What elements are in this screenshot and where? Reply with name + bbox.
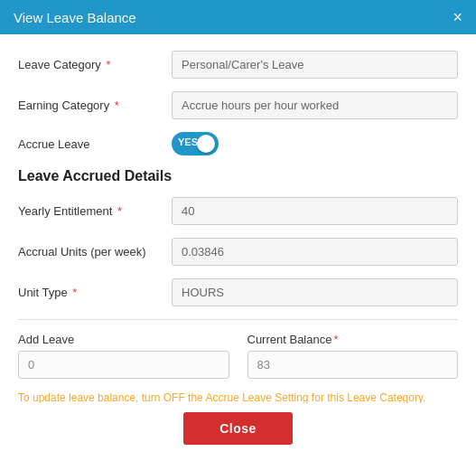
unit-type-input[interactable]: [172, 278, 458, 306]
modal-title: View Leave Balance: [14, 10, 136, 25]
unit-type-row: Unit Type *: [18, 278, 458, 306]
add-leave-col: Add Leave: [18, 333, 229, 379]
add-balance-row: Add Leave Current Balance*: [18, 333, 458, 379]
leave-category-row: Leave Category *: [18, 51, 458, 79]
accrue-leave-row: Accrue Leave YES: [18, 132, 458, 155]
accrual-units-row: Accrual Units (per week): [18, 238, 458, 266]
toggle-yes-label: YES: [178, 136, 198, 147]
modal-footer: Close: [0, 403, 476, 461]
required-star-4: *: [70, 286, 78, 299]
yearly-entitlement-input[interactable]: [172, 197, 458, 225]
accrual-units-input[interactable]: [172, 238, 458, 266]
accrue-leave-toggle-wrapper: YES: [172, 132, 219, 155]
accrual-units-label: Accrual Units (per week): [18, 245, 172, 259]
toggle-thumb: [197, 135, 215, 153]
earning-category-input[interactable]: [172, 91, 458, 119]
toggle-track: YES: [172, 132, 219, 155]
modal-body: Leave Category * Earning Category * Accr…: [0, 34, 476, 403]
add-leave-label: Add Leave: [18, 333, 229, 346]
earning-category-row: Earning Category *: [18, 91, 458, 119]
current-balance-input[interactable]: [247, 351, 459, 379]
close-button[interactable]: Close: [183, 412, 293, 445]
yearly-entitlement-row: Yearly Entitlement *: [18, 197, 458, 225]
modal-header: View Leave Balance ×: [0, 0, 476, 34]
accrue-leave-toggle[interactable]: YES: [172, 132, 219, 155]
add-leave-input[interactable]: [18, 351, 229, 379]
required-star-3: *: [114, 204, 122, 218]
yearly-entitlement-label: Yearly Entitlement *: [18, 204, 172, 218]
unit-type-label: Unit Type *: [18, 286, 172, 299]
warning-text: To update leave balance, turn OFF the Ac…: [18, 390, 458, 403]
leave-category-input[interactable]: [172, 51, 458, 79]
leave-category-label: Leave Category *: [18, 58, 172, 71]
section-title: Leave Accrued Details: [18, 168, 458, 184]
earning-category-label: Earning Category *: [18, 99, 172, 112]
accrue-leave-label: Accrue Leave: [18, 137, 172, 151]
current-balance-label: Current Balance*: [247, 333, 459, 346]
modal-close-button[interactable]: ×: [453, 9, 462, 25]
current-balance-col: Current Balance*: [247, 333, 459, 379]
required-star-2: *: [111, 99, 119, 112]
required-star: *: [103, 58, 111, 71]
divider: [18, 319, 458, 320]
modal-container: View Leave Balance × Leave Category * Ea…: [0, 0, 476, 461]
required-star-5: *: [333, 333, 338, 346]
